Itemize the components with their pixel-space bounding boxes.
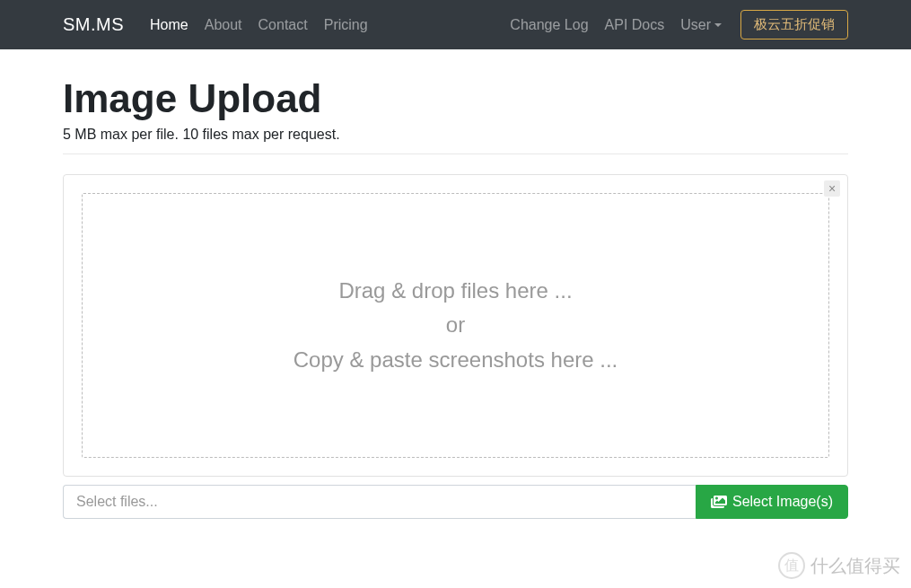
watermark-icon: 值 xyxy=(778,552,805,579)
file-select-row: Select files... Select Image(s) xyxy=(63,485,848,519)
watermark-text: 什么值得买 xyxy=(810,554,900,578)
nav-link-user-dropdown[interactable]: User xyxy=(672,17,730,33)
watermark: 值 什么值得买 xyxy=(778,552,900,579)
dropzone-line2: or xyxy=(446,308,465,342)
nav-link-pricing[interactable]: Pricing xyxy=(316,0,376,49)
navbar-left: SM.MS Home About Contact Pricing xyxy=(63,0,376,49)
navbar: SM.MS Home About Contact Pricing Change … xyxy=(0,0,911,49)
select-button-label: Select Image(s) xyxy=(732,494,833,510)
dropzone-line3: Copy & paste screenshots here ... xyxy=(293,343,618,377)
divider xyxy=(63,154,848,154)
nav-link-changelog[interactable]: Change Log xyxy=(502,0,596,49)
brand-logo[interactable]: SM.MS xyxy=(63,14,124,35)
nav-link-contact[interactable]: Contact xyxy=(250,0,316,49)
nav-link-home[interactable]: Home xyxy=(142,0,197,49)
dropzone-line1: Drag & drop files here ... xyxy=(338,274,572,308)
nav-link-apidocs[interactable]: API Docs xyxy=(597,0,673,49)
upload-card: × Drag & drop files here ... or Copy & p… xyxy=(63,174,848,477)
navbar-right: Change Log API Docs User 极云五折促销 xyxy=(502,0,848,49)
nav-links-left: Home About Contact Pricing xyxy=(142,0,376,49)
nav-link-about[interactable]: About xyxy=(197,0,250,49)
page-subtitle: 5 MB max per file. 10 files max per requ… xyxy=(63,127,848,143)
dropzone[interactable]: Drag & drop files here ... or Copy & pas… xyxy=(82,193,829,458)
file-input[interactable]: Select files... xyxy=(63,485,696,519)
images-icon xyxy=(711,495,727,509)
main-container: Image Upload 5 MB max per file. 10 files… xyxy=(0,49,911,519)
close-button[interactable]: × xyxy=(824,180,840,197)
select-images-button[interactable]: Select Image(s) xyxy=(696,485,848,519)
promo-button[interactable]: 极云五折促销 xyxy=(740,10,848,39)
chevron-down-icon xyxy=(714,23,722,27)
user-label: User xyxy=(680,17,711,33)
page-title: Image Upload xyxy=(63,76,848,121)
close-icon: × xyxy=(828,182,836,195)
